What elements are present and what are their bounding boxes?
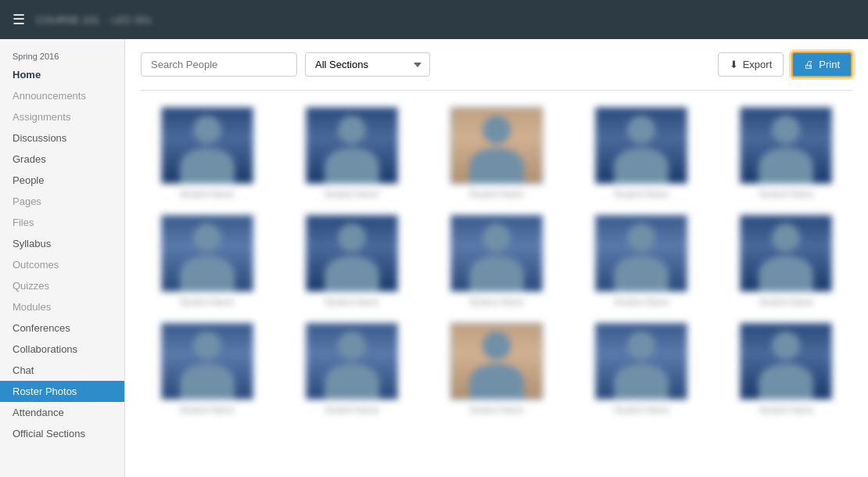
student-name: Student Name [759,405,813,414]
photo-grid: Student NameStudent NameStudent NameStud… [141,106,852,414]
photo-silhouette [451,216,542,291]
sidebar-item-files[interactable]: Files [0,212,124,233]
student-photo[interactable] [160,106,254,185]
course-title: COURSE 101 - LEC 001 [36,13,155,27]
sidebar-item-official-sections[interactable]: Official Sections [0,423,124,444]
student-photo[interactable] [739,214,833,292]
course-code: COURSE 101 [36,14,99,26]
sidebar-item-quizzes[interactable]: Quizzes [0,275,124,296]
sidebar: Spring 2016 HomeAnnouncementsAssignments… [0,39,125,477]
photo-card: Student Name [430,214,562,307]
student-name: Student Name [179,189,234,199]
sidebar-item-outcomes[interactable]: Outcomes [0,254,124,275]
student-name: Student Name [614,297,669,307]
sidebar-item-assignments[interactable]: Assignments [0,106,124,127]
course-section: - LEC 001 [106,14,152,26]
top-navigation-bar: ☰ COURSE 101 - LEC 001 [0,0,868,39]
photo-card: Student Name [720,214,852,307]
photo-card: Student Name [576,106,708,199]
photo-card: Student Name [285,214,418,307]
toolbar-divider [141,90,852,91]
photo-silhouette [596,324,687,399]
print-label: Print [819,59,840,70]
sidebar-item-attendance[interactable]: Attendance [0,402,124,423]
sidebar-item-pages[interactable]: Pages [0,191,124,212]
sidebar-item-people[interactable]: People [0,170,124,191]
sidebar-item-roster-photos[interactable]: Roster Photos [0,381,124,402]
student-photo[interactable] [739,322,833,400]
photo-card: Student Name [430,106,562,199]
student-name: Student Name [469,189,524,199]
sections-select[interactable]: All Sections Section 001 Section 002 [305,52,430,77]
photo-silhouette [741,324,831,399]
photo-silhouette [741,216,831,291]
sidebar-item-modules[interactable]: Modules [0,296,124,317]
main-content: All Sections Section 001 Section 002 ⬇ E… [125,39,868,477]
photo-silhouette [162,324,253,399]
student-name: Student Name [614,405,669,414]
student-photo[interactable] [594,322,688,400]
export-label: Export [743,59,773,70]
search-input[interactable] [141,52,297,77]
photo-card: Student Name [576,214,708,307]
photo-card: Student Name [141,322,273,414]
semester-label: Spring 2016 [0,45,124,64]
student-name: Student Name [179,297,234,307]
photo-silhouette [307,324,397,399]
sidebar-item-home[interactable]: Home [0,64,124,85]
student-photo[interactable] [305,106,399,185]
sidebar-item-conferences[interactable]: Conferences [0,317,124,339]
menu-icon[interactable]: ☰ [13,11,25,28]
student-name: Student Name [469,297,524,307]
student-photo[interactable] [450,214,543,292]
sidebar-item-syllabus[interactable]: Syllabus [0,233,124,254]
photo-silhouette [451,108,542,183]
sidebar-item-collaborations[interactable]: Collaborations [0,339,124,360]
student-photo[interactable] [450,322,543,400]
photo-silhouette [741,108,831,183]
export-button[interactable]: ⬇ Export [718,52,784,77]
photo-silhouette [307,108,397,183]
student-name: Student Name [325,405,379,414]
sidebar-item-chat[interactable]: Chat [0,360,124,381]
export-icon: ⬇ [730,59,738,70]
photo-card: Student Name [285,106,418,199]
photo-silhouette [596,108,687,183]
photo-card: Student Name [576,322,708,414]
student-photo[interactable] [305,322,399,400]
photo-silhouette [451,324,542,399]
toolbar: All Sections Section 001 Section 002 ⬇ E… [141,52,852,77]
student-name: Student Name [614,189,669,199]
photo-silhouette [307,216,397,291]
photo-silhouette [162,216,253,291]
photo-silhouette [596,216,687,291]
student-photo[interactable] [739,106,833,185]
student-name: Student Name [179,405,234,414]
student-name: Student Name [325,297,379,307]
photo-card: Student Name [141,214,273,307]
sidebar-item-discussions[interactable]: Discussions [0,127,124,149]
photo-card: Student Name [285,322,418,414]
sidebar-item-grades[interactable]: Grades [0,149,124,170]
student-name: Student Name [469,405,524,414]
student-name: Student Name [325,189,379,199]
student-photo[interactable] [450,106,543,185]
student-name: Student Name [759,297,813,307]
student-photo[interactable] [305,214,399,292]
student-name: Student Name [759,189,813,199]
student-photo[interactable] [160,214,254,292]
main-layout: Spring 2016 HomeAnnouncementsAssignments… [0,39,868,477]
photo-card: Student Name [720,322,852,414]
print-icon: 🖨 [804,59,814,70]
photo-card: Student Name [141,106,273,199]
student-photo[interactable] [594,214,688,292]
student-photo[interactable] [594,106,688,185]
photo-card: Student Name [720,106,852,199]
sidebar-item-announcements[interactable]: Announcements [0,85,124,106]
photo-card: Student Name [430,322,562,414]
print-button[interactable]: 🖨 Print [791,52,852,77]
photo-silhouette [162,108,253,183]
student-photo[interactable] [160,322,254,400]
